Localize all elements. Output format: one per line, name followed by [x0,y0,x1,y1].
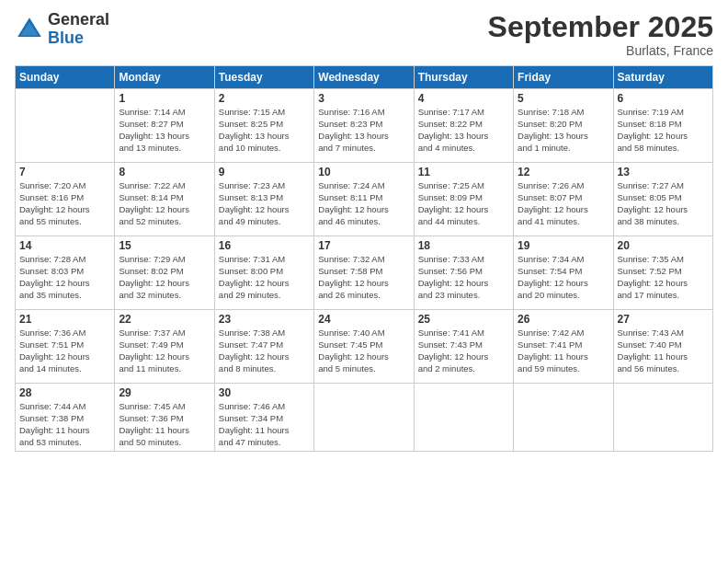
calendar-header-sunday: Sunday [16,66,115,89]
day-number: 27 [618,313,709,326]
day-info: Sunrise: 7:41 AMSunset: 7:43 PMDaylight:… [418,327,509,374]
calendar-cell: 17Sunrise: 7:32 AMSunset: 7:58 PMDayligh… [314,236,414,310]
calendar-week-row: 1Sunrise: 7:14 AMSunset: 8:27 PMDaylight… [16,89,713,163]
day-info: Sunrise: 7:18 AMSunset: 8:20 PMDaylight:… [518,107,609,154]
day-number: 7 [19,166,110,178]
calendar-cell: 29Sunrise: 7:45 AMSunset: 7:36 PMDayligh… [115,384,214,452]
day-number: 5 [518,92,609,105]
day-number: 4 [418,92,509,105]
day-info: Sunrise: 7:28 AMSunset: 8:03 PMDaylight:… [19,254,110,301]
day-number: 10 [318,166,409,178]
calendar-cell [314,384,414,452]
logo-icon [15,15,44,44]
calendar-week-row: 28Sunrise: 7:44 AMSunset: 7:38 PMDayligh… [16,384,713,452]
calendar-week-row: 21Sunrise: 7:36 AMSunset: 7:51 PMDayligh… [16,310,713,384]
day-number: 18 [418,239,509,252]
calendar-cell: 10Sunrise: 7:24 AMSunset: 8:11 PMDayligh… [314,163,414,236]
location: Burlats, France [488,43,713,58]
day-number: 1 [119,92,210,105]
day-info: Sunrise: 7:33 AMSunset: 7:56 PMDaylight:… [418,254,509,301]
calendar-cell: 9Sunrise: 7:23 AMSunset: 8:13 PMDaylight… [214,163,313,236]
logo-blue: Blue [48,29,109,48]
day-info: Sunrise: 7:31 AMSunset: 8:00 PMDaylight:… [219,254,310,301]
day-info: Sunrise: 7:15 AMSunset: 8:25 PMDaylight:… [219,107,310,154]
day-info: Sunrise: 7:40 AMSunset: 7:45 PMDaylight:… [318,327,409,374]
calendar-cell: 13Sunrise: 7:27 AMSunset: 8:05 PMDayligh… [613,163,712,236]
day-number: 8 [119,166,210,178]
day-number: 25 [418,313,509,326]
calendar-week-row: 14Sunrise: 7:28 AMSunset: 8:03 PMDayligh… [16,236,713,310]
calendar-cell: 19Sunrise: 7:34 AMSunset: 7:54 PMDayligh… [514,236,613,310]
calendar-cell: 20Sunrise: 7:35 AMSunset: 7:52 PMDayligh… [613,236,712,310]
header: General Blue September 2025 Burlats, Fra… [15,11,713,58]
calendar-week-row: 7Sunrise: 7:20 AMSunset: 8:16 PMDaylight… [16,163,713,236]
day-number: 24 [318,313,409,326]
calendar-header-tuesday: Tuesday [214,66,313,89]
calendar-cell [16,89,115,163]
calendar-header-thursday: Thursday [414,66,513,89]
logo-general: General [48,11,109,29]
day-info: Sunrise: 7:23 AMSunset: 8:13 PMDaylight:… [219,180,310,227]
logo: General Blue [15,11,109,48]
day-number: 29 [119,386,210,399]
calendar-header-wednesday: Wednesday [314,66,414,89]
calendar-cell: 28Sunrise: 7:44 AMSunset: 7:38 PMDayligh… [16,384,115,452]
page: General Blue September 2025 Burlats, Fra… [0,0,728,563]
day-number: 17 [318,239,409,252]
calendar-cell: 3Sunrise: 7:16 AMSunset: 8:23 PMDaylight… [314,89,414,163]
day-number: 14 [19,239,110,252]
day-info: Sunrise: 7:22 AMSunset: 8:14 PMDaylight:… [119,180,210,227]
calendar-cell: 15Sunrise: 7:29 AMSunset: 8:02 PMDayligh… [115,236,214,310]
day-info: Sunrise: 7:46 AMSunset: 7:34 PMDaylight:… [219,401,310,448]
calendar-cell: 25Sunrise: 7:41 AMSunset: 7:43 PMDayligh… [414,310,513,384]
day-info: Sunrise: 7:19 AMSunset: 8:18 PMDaylight:… [618,107,709,154]
calendar-cell: 16Sunrise: 7:31 AMSunset: 8:00 PMDayligh… [214,236,313,310]
calendar-header-monday: Monday [115,66,214,89]
day-number: 3 [318,92,409,105]
day-number: 11 [418,166,509,178]
day-number: 23 [219,313,310,326]
calendar-cell: 8Sunrise: 7:22 AMSunset: 8:14 PMDaylight… [115,163,214,236]
calendar-cell: 1Sunrise: 7:14 AMSunset: 8:27 PMDaylight… [115,89,214,163]
day-number: 9 [219,166,310,178]
day-info: Sunrise: 7:37 AMSunset: 7:49 PMDaylight:… [119,327,210,374]
calendar-cell: 14Sunrise: 7:28 AMSunset: 8:03 PMDayligh… [16,236,115,310]
day-number: 20 [618,239,709,252]
day-info: Sunrise: 7:38 AMSunset: 7:47 PMDaylight:… [219,327,310,374]
calendar-cell: 5Sunrise: 7:18 AMSunset: 8:20 PMDaylight… [514,89,613,163]
day-number: 15 [119,239,210,252]
calendar-cell: 30Sunrise: 7:46 AMSunset: 7:34 PMDayligh… [214,384,313,452]
calendar-cell: 4Sunrise: 7:17 AMSunset: 8:22 PMDaylight… [414,89,513,163]
calendar-cell: 12Sunrise: 7:26 AMSunset: 8:07 PMDayligh… [514,163,613,236]
day-info: Sunrise: 7:43 AMSunset: 7:40 PMDaylight:… [618,327,709,374]
day-info: Sunrise: 7:14 AMSunset: 8:27 PMDaylight:… [119,107,210,154]
calendar-header-row: SundayMondayTuesdayWednesdayThursdayFrid… [16,66,713,89]
logo-text: General Blue [48,11,109,48]
day-info: Sunrise: 7:24 AMSunset: 8:11 PMDaylight:… [318,180,409,227]
calendar-cell: 18Sunrise: 7:33 AMSunset: 7:56 PMDayligh… [414,236,513,310]
calendar-cell [514,384,613,452]
day-info: Sunrise: 7:36 AMSunset: 7:51 PMDaylight:… [19,327,110,374]
calendar-cell: 22Sunrise: 7:37 AMSunset: 7:49 PMDayligh… [115,310,214,384]
day-number: 2 [219,92,310,105]
calendar-header-friday: Friday [514,66,613,89]
day-number: 28 [19,386,110,399]
day-number: 26 [518,313,609,326]
calendar-cell [613,384,712,452]
day-number: 19 [518,239,609,252]
month-title: September 2025 [488,11,713,43]
day-info: Sunrise: 7:35 AMSunset: 7:52 PMDaylight:… [618,254,709,301]
day-number: 22 [119,313,210,326]
day-info: Sunrise: 7:16 AMSunset: 8:23 PMDaylight:… [318,107,409,154]
calendar-cell: 11Sunrise: 7:25 AMSunset: 8:09 PMDayligh… [414,163,513,236]
day-number: 12 [518,166,609,178]
day-number: 21 [19,313,110,326]
day-info: Sunrise: 7:29 AMSunset: 8:02 PMDaylight:… [119,254,210,301]
calendar-cell: 2Sunrise: 7:15 AMSunset: 8:25 PMDaylight… [214,89,313,163]
day-number: 16 [219,239,310,252]
calendar-cell: 26Sunrise: 7:42 AMSunset: 7:41 PMDayligh… [514,310,613,384]
day-info: Sunrise: 7:20 AMSunset: 8:16 PMDaylight:… [19,180,110,227]
day-info: Sunrise: 7:25 AMSunset: 8:09 PMDaylight:… [418,180,509,227]
day-number: 6 [618,92,709,105]
calendar-cell [414,384,513,452]
